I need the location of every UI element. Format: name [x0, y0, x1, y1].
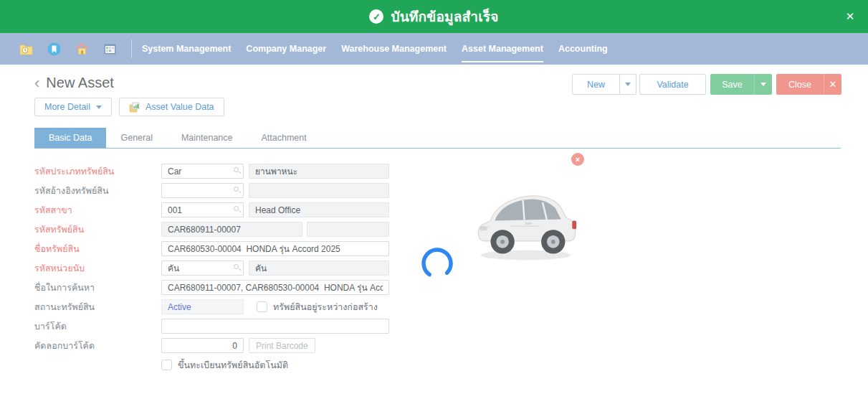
barcode-input[interactable] — [161, 319, 389, 334]
asset-ref-label: รหัสอ้างอิงทรัพย์สิน — [34, 184, 161, 198]
asset-ref-code-input[interactable] — [161, 183, 244, 198]
form-row: รหัสอ้างอิงทรัพย์สิน — [34, 183, 389, 198]
nav-item-system-management[interactable]: System Management — [142, 33, 231, 65]
tab-strip: Basic Data General Maintenance Attachmen… — [34, 128, 321, 148]
tab-basic-data[interactable]: Basic Data — [34, 128, 106, 148]
toast-message: บันทึกข้อมูลสำเร็จ — [391, 6, 498, 27]
back-chevron-icon[interactable]: ‹ — [34, 76, 39, 90]
loading-spinner — [420, 246, 454, 281]
save-button[interactable]: Save — [710, 74, 754, 95]
search-icon[interactable] — [234, 167, 239, 172]
validate-button[interactable]: Validate — [639, 74, 706, 95]
bookmark-icon[interactable] — [47, 42, 61, 56]
auto-register-checkbox[interactable] — [161, 360, 172, 370]
asset-type-label: รหัสประเภททรัพย์สิน — [34, 164, 161, 179]
asset-code-field — [161, 222, 302, 237]
unit-code-input[interactable] — [161, 261, 244, 276]
close-button[interactable]: Close — [776, 74, 824, 95]
chevron-down-icon — [760, 83, 766, 86]
branch-label: รหัสสาขา — [34, 203, 161, 217]
page-title-text: New Asset — [46, 75, 113, 91]
nav-item-warehouse-management[interactable]: Warehouse Management — [341, 33, 447, 65]
more-detail-button[interactable]: More Detail — [34, 98, 112, 116]
asset-name-label: ชื่อทรัพย์สิน — [34, 242, 161, 256]
app-window: ✓ บันทึกข้อมูลสำเร็จ ✕ — [0, 0, 868, 394]
save-dropdown-button[interactable] — [754, 74, 772, 95]
success-toast: ✓ บันทึกข้อมูลสำเร็จ ✕ — [0, 0, 868, 33]
asset-ref-name-field — [249, 183, 389, 198]
search-name-label: ชื่อในการค้นหา — [34, 281, 161, 295]
calendar-icon[interactable] — [103, 42, 117, 56]
asset-type-code-input[interactable] — [161, 164, 244, 179]
form-row: รหัสสาขา — [34, 202, 389, 217]
page-title: ‹ New Asset — [34, 75, 114, 91]
chevron-down-icon — [96, 105, 102, 109]
asset-code-extra-field — [307, 222, 389, 237]
under-construction-label: ทรัพย์สินอยู่ระหว่างก่อสร้าง — [273, 300, 378, 314]
form-row: รหัสทรัพย์สิน — [34, 222, 389, 237]
home-icon[interactable] — [75, 42, 89, 56]
copy-barcode-label: คัดลอกบาร์โค้ด — [34, 339, 161, 353]
form-row: รหัสหน่วยนับ — [34, 261, 389, 276]
form-row: บาร์โค้ด — [34, 319, 389, 334]
form-row: คัดลอกบาร์โค้ด Print Barcode — [34, 338, 315, 353]
unit-label: รหัสหน่วยนับ — [34, 261, 161, 276]
form-row: รหัสประเภททรัพย์สิน — [34, 164, 389, 179]
form-row: ชื่อในการค้นหา — [34, 280, 389, 295]
status-value-field: Active — [161, 299, 244, 314]
nav-item-company-manager[interactable]: Company Manager — [246, 33, 326, 65]
toast-close-icon[interactable]: ✕ — [842, 9, 858, 24]
tab-maintenance[interactable]: Maintenance — [167, 128, 247, 148]
top-nav: System Management Company Manager Wareho… — [0, 33, 868, 65]
nav-item-asset-management[interactable]: Asset Management — [462, 33, 543, 65]
asset-value-chart-icon — [129, 102, 140, 113]
asset-image — [469, 161, 582, 274]
print-barcode-button[interactable]: Print Barcode — [249, 338, 315, 353]
form-row: สถานะทรัพย์สิน Active ทรัพย์สินอยู่ระหว่… — [34, 299, 378, 314]
search-icon[interactable] — [234, 187, 239, 192]
search-icon[interactable] — [234, 264, 239, 269]
branch-code-input[interactable] — [161, 202, 244, 217]
tab-general[interactable]: General — [106, 128, 166, 148]
asset-type-name-field — [249, 164, 389, 179]
nav-menu: System Management Company Manager Wareho… — [142, 33, 608, 65]
check-circle-icon: ✓ — [369, 9, 383, 24]
barcode-label: บาร์โค้ด — [34, 319, 161, 334]
more-detail-label: More Detail — [44, 102, 90, 112]
copy-barcode-input[interactable] — [161, 338, 244, 353]
form-row: ชื่อทรัพย์สิน — [34, 241, 389, 256]
new-button[interactable]: New — [572, 74, 620, 95]
action-buttons: New Validate Save Close ✕ — [572, 74, 841, 95]
unit-name-field — [249, 261, 389, 276]
search-name-input[interactable] — [161, 280, 389, 295]
asset-name-input[interactable] — [161, 241, 389, 256]
folder-history-icon[interactable] — [19, 42, 33, 56]
form-row: ขึ้นทะเบียนทรัพย์สินอัตโนมัติ — [34, 357, 288, 372]
asset-code-label: รหัสทรัพย์สิน — [34, 222, 161, 237]
asset-value-data-label: Asset Value Data — [146, 102, 214, 112]
nav-item-accounting[interactable]: Accounting — [558, 33, 608, 65]
delete-image-button[interactable]: × — [571, 153, 584, 166]
nav-quick-icons — [0, 42, 117, 56]
tab-underline — [34, 148, 841, 149]
search-icon[interactable] — [234, 206, 239, 211]
new-dropdown-button[interactable] — [620, 74, 636, 95]
secondary-toolbar: More Detail Asset Value Data — [34, 98, 224, 116]
nav-separator — [131, 39, 132, 58]
chevron-down-icon — [625, 83, 631, 86]
auto-register-label: ขึ้นทะเบียนทรัพย์สินอัตโนมัติ — [178, 358, 288, 372]
status-label: สถานะทรัพย์สิน — [34, 300, 161, 314]
asset-value-data-button[interactable]: Asset Value Data — [119, 98, 224, 116]
under-construction-checkbox[interactable] — [257, 301, 267, 312]
close-x-button[interactable]: ✕ — [824, 74, 841, 95]
car-image — [469, 161, 582, 274]
branch-name-field — [249, 202, 389, 217]
tab-attachment[interactable]: Attachment — [247, 128, 321, 148]
